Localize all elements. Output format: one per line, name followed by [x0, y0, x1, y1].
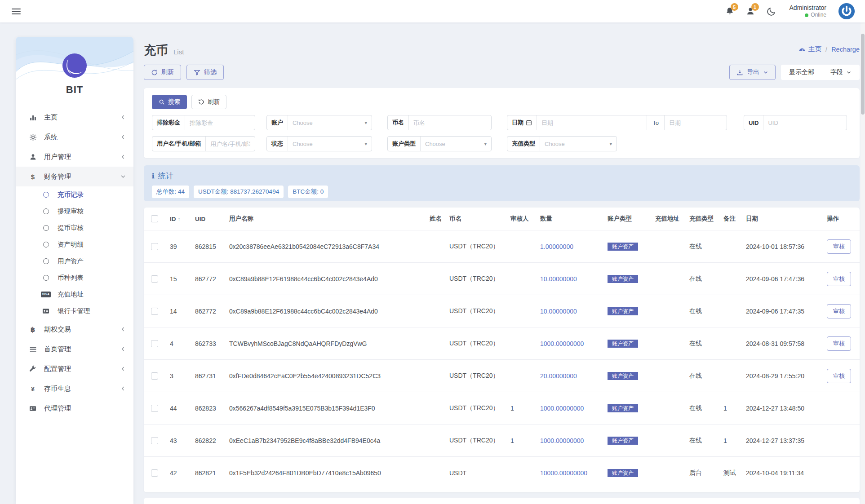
- sidebar-item[interactable]: 系统: [16, 127, 133, 147]
- sidebar-item[interactable]: ฿期权交易: [16, 319, 133, 339]
- sidebar-subitem[interactable]: 充币记录: [16, 186, 133, 203]
- amount-link[interactable]: 1.00000000: [540, 243, 573, 250]
- audit-button[interactable]: 审核: [827, 336, 851, 351]
- amount-link[interactable]: 1000.00000000: [540, 405, 584, 412]
- online-users-button[interactable]: 1: [746, 7, 755, 16]
- cell-username: 0xC89a9b88E12F61988c44cc6bC4c002c2843e4A…: [229, 275, 430, 283]
- cell-coin: USDT（TRC20）: [449, 437, 510, 445]
- logo[interactable]: [62, 53, 87, 78]
- cell-date: 2024-09-06 17:47:36: [746, 275, 827, 283]
- bitcoin-icon: ฿: [27, 326, 38, 333]
- filter-select[interactable]: Choose▾: [421, 141, 491, 147]
- sidebar-item[interactable]: 代理管理: [16, 398, 133, 418]
- notifications-button[interactable]: 5: [725, 7, 734, 16]
- column-header: 备注: [723, 215, 746, 223]
- row-checkbox[interactable]: [151, 340, 158, 347]
- column-header: 数量: [540, 215, 608, 223]
- date-to-input[interactable]: [665, 119, 727, 126]
- refresh-button[interactable]: 刷新: [144, 65, 181, 80]
- amount-link[interactable]: 20.00000000: [540, 372, 577, 380]
- sidebar-item[interactable]: 主页: [16, 107, 133, 127]
- sidebar-subitem[interactable]: 提现审核: [16, 203, 133, 220]
- online-status: Online: [811, 12, 826, 19]
- search-button[interactable]: 搜索: [152, 95, 187, 109]
- column-header: 审核人: [510, 215, 540, 223]
- row-checkbox[interactable]: [151, 372, 158, 380]
- row-checkbox[interactable]: [151, 243, 158, 250]
- filter-button[interactable]: 筛选: [186, 65, 224, 80]
- audit-button[interactable]: 审核: [827, 239, 851, 254]
- sidebar-item[interactable]: $财务管理: [16, 167, 133, 186]
- row-checkbox[interactable]: [151, 437, 158, 444]
- row-checkbox[interactable]: [151, 405, 158, 412]
- sidebar-subitem[interactable]: 币种列表: [16, 270, 133, 286]
- sidebar-subitem[interactable]: 资产明细: [16, 236, 133, 253]
- date-to-label: To: [647, 119, 664, 126]
- filter-input[interactable]: [763, 119, 847, 126]
- show-all-button[interactable]: 显示全部: [789, 68, 814, 76]
- sidebar-item[interactable]: 用户管理: [16, 147, 133, 167]
- audit-button[interactable]: 审核: [827, 272, 851, 286]
- cell-recharge-type: 后台: [689, 469, 723, 477]
- amount-link[interactable]: 10.00000000: [540, 308, 577, 315]
- cell-remark: 1: [723, 405, 746, 412]
- row-checkbox[interactable]: [151, 308, 158, 315]
- audit-button[interactable]: 审核: [827, 369, 851, 383]
- amount-link[interactable]: 10.00000000: [540, 275, 577, 283]
- scrollbar-thumb[interactable]: [861, 34, 865, 115]
- amount-link[interactable]: 1000.00000000: [540, 340, 584, 347]
- sidebar-item[interactable]: 首页管理: [16, 339, 133, 359]
- cell-date: 2024-08-29 17:55:20: [746, 372, 827, 380]
- dark-mode-toggle[interactable]: [767, 7, 776, 16]
- stat-badge: USDT金额: 881737.26270494: [194, 186, 284, 198]
- fields-dropdown[interactable]: 字段: [830, 68, 852, 76]
- filter-select[interactable]: Choose▾: [540, 141, 617, 147]
- stats-panel: ℹ 统计 总单数: 44USDT金额: 881737.26270494BTC金额…: [144, 165, 860, 201]
- amount-link[interactable]: 1000.00000000: [540, 437, 584, 444]
- select-all-checkbox[interactable]: [151, 215, 158, 222]
- sidebar-item-label: 主页: [44, 113, 120, 122]
- row-checkbox[interactable]: [151, 275, 158, 283]
- date-from-input[interactable]: [537, 119, 647, 126]
- row-checkbox[interactable]: [151, 469, 158, 477]
- cell-username: 0xEeC1aB7b2347952BE9c4f8aBBe32dd4FB94E0c…: [229, 437, 430, 444]
- sidebar: BIT 主页系统用户管理$财务管理充币记录提现审核提币审核资产明细用户资产币种列…: [16, 37, 133, 504]
- sidebar-item-label: 首页管理: [44, 345, 120, 354]
- table-row: 158627720xC89a9b88E12F61988c44cc6bC4c002…: [144, 262, 860, 295]
- filter-input[interactable]: [185, 119, 255, 126]
- sidebar-subitem[interactable]: 提币审核: [16, 220, 133, 236]
- export-button[interactable]: 导出: [729, 65, 776, 80]
- filter-row-1: 排除彩金账户Choose▾币名日期ToUID: [152, 115, 852, 130]
- filter-input[interactable]: [409, 119, 491, 126]
- card-icon: [41, 308, 51, 314]
- cell-username: TCWBvyhMScoBJagC8NdQaAHQRFDyDzgVwG: [229, 340, 430, 347]
- column-header: 操作: [827, 215, 852, 223]
- account-type-badge: 账户资产: [608, 469, 638, 477]
- sidebar-subitem[interactable]: 用户资产: [16, 253, 133, 270]
- menu-toggle-button[interactable]: [12, 7, 21, 16]
- table-row: 398628150x20c38786eeAe6321b0542084eC7291…: [144, 230, 860, 262]
- refresh-icon: [151, 69, 158, 76]
- filter-field: 币名: [387, 115, 492, 130]
- column-header: 用户名称: [229, 215, 430, 223]
- scrollbar[interactable]: [861, 22, 865, 504]
- filter-input[interactable]: [206, 141, 255, 147]
- avatar[interactable]: [838, 3, 855, 20]
- amount-link[interactable]: 10000.00000000: [540, 469, 587, 477]
- cell-coin: USDT（TRC20）: [449, 307, 510, 315]
- sort-asc-icon[interactable]: ↑: [177, 216, 181, 222]
- reset-button[interactable]: 刷新: [191, 95, 226, 109]
- cell-username: 0xfFDe0d84642cEaC0E2b554e42400893231DC52…: [229, 372, 430, 380]
- sidebar-item[interactable]: 配置管理: [16, 359, 133, 379]
- sidebar-subitem[interactable]: VISA充值地址: [16, 286, 133, 303]
- breadcrumb-home[interactable]: 主页: [798, 45, 821, 53]
- filter-select[interactable]: Choose▾: [288, 141, 372, 147]
- column-header[interactable]: ID ↑: [170, 216, 195, 222]
- audit-button[interactable]: 审核: [827, 304, 851, 318]
- sidebar-subitem-label: 提现审核: [58, 207, 84, 216]
- filter-select[interactable]: Choose▾: [288, 119, 372, 126]
- table-row: 448628230x566267a4df8549f5a3915E075B3b15…: [144, 392, 860, 424]
- sidebar-subitem[interactable]: 银行卡管理: [16, 303, 133, 319]
- sidebar-item[interactable]: ¥存币生息: [16, 379, 133, 398]
- chevron-down-icon: [846, 70, 852, 75]
